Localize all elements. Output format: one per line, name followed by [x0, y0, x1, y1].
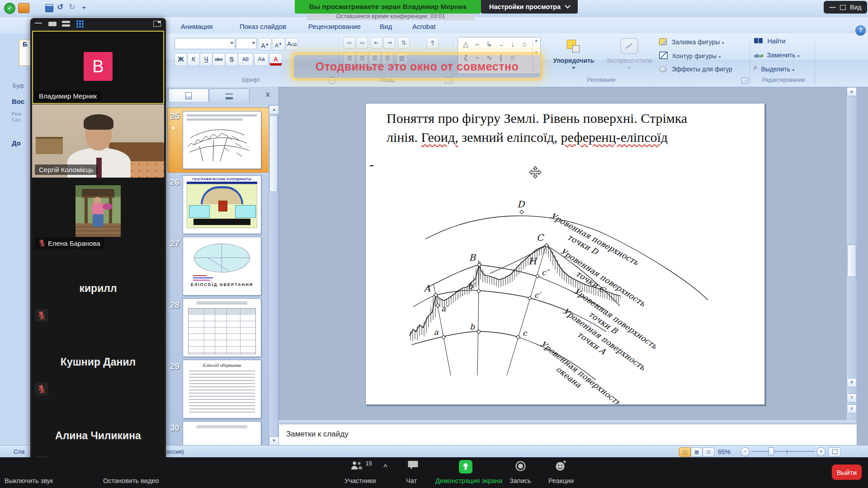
reactions-button[interactable] [554, 460, 568, 474]
select-button[interactable]: Выделить ▾ [754, 65, 794, 73]
tab-outline-view[interactable] [209, 89, 250, 102]
participant-tile[interactable]: Кушнир Данил [32, 325, 164, 399]
minimize-icon[interactable]: — [830, 4, 836, 11]
tab-acrobat[interactable]: Acrobat [408, 21, 440, 32]
scroll-down-icon[interactable]: ▼ [269, 436, 279, 445]
slide-thumbnail-25[interactable] [183, 111, 261, 169]
tab-slideshow[interactable]: Показ слайдов [235, 21, 291, 32]
zoom-in-button[interactable]: + [816, 447, 826, 456]
qat-menu-caret-icon[interactable] [82, 7, 86, 9]
slide-thumbnail-29[interactable]: Еліпсоїд обертання [183, 360, 261, 418]
text-direction-button[interactable]: ¶ [427, 37, 439, 49]
thumbnails-close-button[interactable]: x [266, 90, 270, 99]
shrink-font-button[interactable]: А▼ [272, 38, 285, 51]
scroll-up-icon[interactable]: ▲ [847, 87, 857, 96]
slide-scrollbar[interactable]: ▲ ▼ ⇞ ⇟ [846, 87, 857, 421]
participant-tile[interactable]: Елена Баранова [32, 178, 164, 251]
participants-button[interactable]: 15 [336, 460, 386, 471]
shapes-scroll-down-icon[interactable]: ▼ [533, 51, 539, 55]
fit-to-window-button[interactable] [828, 447, 841, 457]
slideshow-view-button[interactable]: ⊡ [703, 447, 714, 457]
clear-formatting-button[interactable]: А⌫ [286, 38, 298, 51]
drawing-dialog-launcher[interactable]: ⌟ [741, 77, 748, 84]
leave-meeting-button[interactable]: Выйти [832, 465, 862, 480]
strip-view-icon[interactable] [62, 21, 70, 23]
tab-view[interactable]: Вид [375, 21, 396, 32]
slide-sorter-view-button[interactable]: ▦ [691, 447, 703, 457]
shape-elbow-arrow-icon[interactable]: ↳ [483, 39, 495, 50]
italic-button[interactable]: К [187, 53, 200, 66]
paragraph-dialog-launcher[interactable]: ⌟ [445, 77, 451, 84]
thumbnails-scrollbar[interactable]: ▲ ▼ [269, 105, 278, 445]
slide-thumbnail-28[interactable] [183, 298, 261, 357]
font-color-button[interactable]: А [269, 53, 282, 66]
change-case-button[interactable]: Аа [254, 53, 269, 66]
tab-review[interactable]: Рецензирование [304, 21, 365, 32]
shape-outline-button[interactable]: Контур фигуры ▾ [659, 52, 721, 61]
shape-fill-button[interactable]: Заливка фигуры ▾ [659, 38, 724, 47]
shape-home-icon[interactable]: ⌂ [519, 39, 530, 50]
notes-splitter[interactable] [278, 420, 856, 424]
slide-th umbnail-27[interactable]: ЕЛІПСОЇД ОБЕРТАННЯ [183, 237, 261, 296]
share-screen-button[interactable] [459, 460, 472, 474]
speaker-view-icon[interactable] [48, 22, 57, 26]
scrollbar-thumb[interactable] [847, 244, 856, 277]
participant-tile[interactable]: B Владимир Мерник [32, 31, 164, 104]
redo-icon[interactable]: ↻ [69, 2, 75, 12]
participants-chevron-icon[interactable]: ^ [383, 463, 387, 470]
undo-icon[interactable]: ↺ [57, 2, 63, 12]
mute-button[interactable]: Выключить звук [5, 477, 53, 484]
app-icon[interactable] [18, 3, 29, 13]
character-spacing-button[interactable]: АВ [238, 53, 253, 66]
participant-tile[interactable]: Сергій Коломієць [32, 104, 164, 178]
font-dialog-launcher[interactable]: ⌟ [329, 77, 335, 84]
underline-button[interactable]: Ч [200, 53, 212, 66]
popout-icon[interactable] [153, 21, 161, 27]
shapes-scroll-up-icon[interactable]: ▲ [533, 38, 539, 42]
slide-thumbnail-26[interactable]: ГЕОГРАФИЧЕСКИЕ КООРДИНАТЫ [183, 175, 261, 234]
participant-tile[interactable]: кирилл [32, 252, 164, 325]
numbering-button[interactable]: ≕ [356, 37, 368, 49]
previous-slide-icon[interactable]: ⇞ [847, 394, 857, 403]
slide-canvas[interactable]: Поняття про фігуру Землі. Рівень поверхн… [365, 103, 765, 405]
bullets-button[interactable]: ≔ [344, 37, 355, 49]
line-spacing-button[interactable]: ⇅ [398, 37, 410, 49]
arrange-button[interactable]: Упорядочить [547, 37, 600, 77]
scroll-down-icon[interactable]: ▼ [847, 378, 857, 387]
view-mode-button[interactable]: Вид [850, 4, 861, 11]
find-button[interactable]: Найти [754, 37, 785, 45]
text-shadow-button[interactable]: S [225, 53, 238, 66]
slide-thumbnail-30[interactable] [183, 421, 261, 445]
record-button[interactable] [514, 460, 527, 474]
zoom-slider-thumb[interactable] [769, 447, 774, 455]
scrollbar-thumb[interactable] [269, 115, 278, 192]
notes-pane[interactable]: Заметки к слайду [278, 424, 857, 446]
view-settings-dropdown[interactable]: Настройки просмотра [481, 0, 578, 14]
shape-elbow-icon[interactable]: ⌐ [472, 39, 483, 50]
tab-slides-view[interactable] [168, 89, 209, 102]
resize-grip[interactable]: ∷ [857, 448, 863, 455]
shape-triangle-icon[interactable]: △ [460, 39, 472, 50]
animation-star-icon[interactable]: ✦ [171, 125, 176, 131]
zoom-out-button[interactable]: − [741, 447, 750, 456]
zoom-slider-track[interactable] [751, 451, 815, 452]
chat-button[interactable] [406, 460, 420, 472]
normal-view-button[interactable]: ◫ [679, 447, 691, 457]
shape-arrow-down-icon[interactable]: ↓ [507, 39, 519, 50]
grow-font-button[interactable]: А▲ [259, 38, 271, 51]
replace-button[interactable]: ab⇄ Заменить ▾ [754, 51, 799, 59]
gallery-view-icon[interactable] [76, 20, 78, 22]
font-name-combobox[interactable] [175, 38, 235, 49]
font-size-combobox[interactable] [236, 38, 257, 49]
quick-styles-button[interactable]: Экспресс-стили [603, 37, 656, 77]
help-button[interactable]: ? [855, 25, 866, 36]
increase-indent-button[interactable]: ⇥ [383, 37, 395, 49]
strikethrough-button[interactable]: abc [212, 53, 225, 66]
scroll-up-icon[interactable]: ▲ [269, 105, 279, 114]
panel-minimize-icon[interactable]: — [35, 19, 42, 27]
font-size-caret-icon[interactable] [252, 42, 255, 44]
maximize-icon[interactable] [840, 5, 846, 10]
save-icon[interactable] [45, 4, 53, 12]
tab-animation[interactable]: Анимация [176, 21, 217, 32]
font-name-caret-icon[interactable] [230, 42, 234, 44]
